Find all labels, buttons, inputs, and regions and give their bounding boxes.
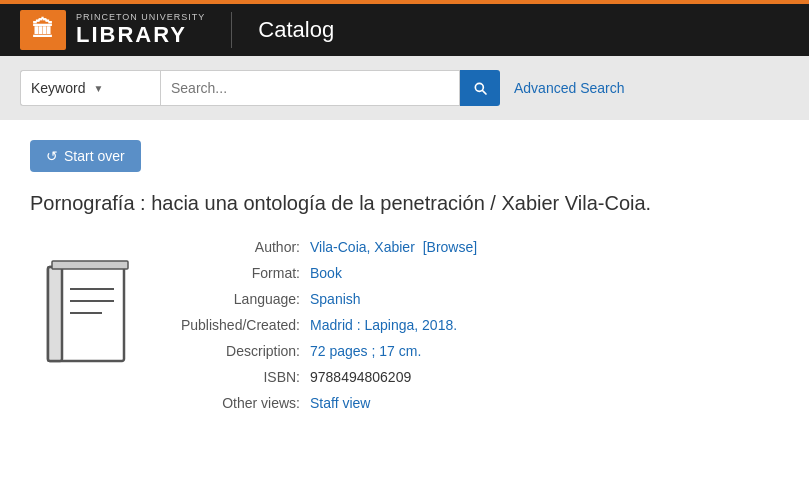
search-form: Keyword ▼ (20, 70, 500, 106)
svg-rect-1 (48, 267, 62, 361)
refresh-icon: ↺ (46, 148, 58, 164)
book-cover (30, 239, 140, 421)
keyword-select[interactable]: Keyword ▼ (20, 70, 160, 106)
author-value: Vila-Coia, Xabier [Browse] (310, 239, 477, 255)
published-value: Madrid : Lapinga, 2018. (310, 317, 457, 333)
start-over-label: Start over (64, 148, 125, 164)
header-divider (231, 12, 232, 48)
description-link[interactable]: 72 pages ; 17 cm. (310, 343, 421, 359)
svg-rect-5 (52, 261, 128, 269)
format-value: Book (310, 265, 342, 281)
book-title: Pornografía : hacia una ontología de la … (30, 192, 779, 215)
staff-view-link[interactable]: Staff view (310, 395, 370, 411)
isbn-label: ISBN: (170, 369, 300, 385)
book-cover-svg (30, 239, 140, 379)
published-label: Published/Created: (170, 317, 300, 333)
book-metadata: Author: Vila-Coia, Xabier [Browse] Forma… (170, 239, 779, 421)
logo-box: 🏛 (20, 10, 66, 50)
chevron-down-icon: ▼ (94, 83, 151, 94)
book-details-area: Author: Vila-Coia, Xabier [Browse] Forma… (30, 239, 779, 421)
library-icon: 🏛 (32, 17, 54, 43)
keyword-label: Keyword (31, 80, 88, 96)
start-over-button[interactable]: ↺ Start over (30, 140, 141, 172)
language-link[interactable]: Spanish (310, 291, 361, 307)
search-input[interactable] (160, 70, 460, 106)
main-content: ↺ Start over Pornografía : hacia una ont… (0, 120, 809, 502)
language-row: Language: Spanish (170, 291, 779, 307)
language-value: Spanish (310, 291, 361, 307)
other-views-label: Other views: (170, 395, 300, 411)
isbn-row: ISBN: 9788494806209 (170, 369, 779, 385)
description-row: Description: 72 pages ; 17 cm. (170, 343, 779, 359)
format-link[interactable]: Book (310, 265, 342, 281)
other-views-value: Staff view (310, 395, 370, 411)
isbn-value: 9788494806209 (310, 369, 411, 385)
catalog-title: Catalog (258, 17, 334, 43)
language-label: Language: (170, 291, 300, 307)
logo-text-area: Princeton University LIBRARY (76, 13, 205, 47)
format-row: Format: Book (170, 265, 779, 281)
search-icon (472, 80, 488, 96)
logo-area: 🏛 Princeton University LIBRARY Catalog (20, 10, 334, 50)
author-browse: [Browse] (423, 239, 477, 255)
published-row: Published/Created: Madrid : Lapinga, 201… (170, 317, 779, 333)
description-value: 72 pages ; 17 cm. (310, 343, 421, 359)
format-label: Format: (170, 265, 300, 281)
advanced-search-link[interactable]: Advanced Search (514, 80, 625, 96)
author-label: Author: (170, 239, 300, 255)
other-views-row: Other views: Staff view (170, 395, 779, 411)
author-link[interactable]: Vila-Coia, Xabier (310, 239, 419, 255)
published-link[interactable]: Madrid : Lapinga, 2018. (310, 317, 457, 333)
search-bar-area: Keyword ▼ Advanced Search (0, 56, 809, 120)
description-label: Description: (170, 343, 300, 359)
search-button[interactable] (460, 70, 500, 106)
library-name: LIBRARY (76, 23, 205, 47)
header: 🏛 Princeton University LIBRARY Catalog (0, 0, 809, 56)
author-row: Author: Vila-Coia, Xabier [Browse] (170, 239, 779, 255)
